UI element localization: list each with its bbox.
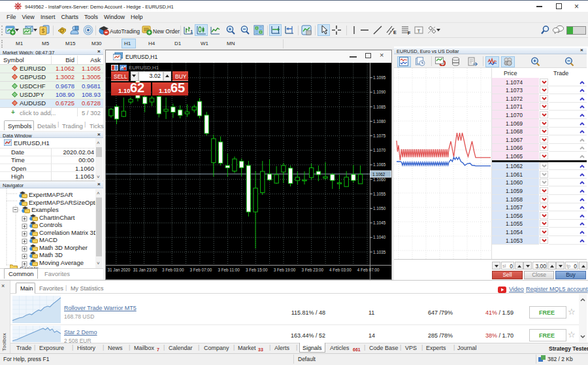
svg-text:1.1070: 1.1070: [373, 148, 386, 152]
svg-text:1: 1: [190, 29, 193, 35]
svg-text:E: E: [393, 30, 397, 35]
svg-text:1.1065: 1.1065: [373, 162, 386, 167]
svg-text:1.1090: 1.1090: [373, 90, 386, 94]
svg-text:1.1095: 1.1095: [373, 75, 386, 80]
svg-text:4 Feb 07:00: 4 Feb 07:00: [357, 268, 380, 272]
svg-text:T: T: [417, 28, 421, 34]
svg-text:1.1050: 1.1050: [373, 206, 386, 211]
svg-text:4 Feb 03:00: 4 Feb 03:00: [329, 268, 351, 272]
svg-text:1.1085: 1.1085: [373, 105, 386, 109]
svg-text:1.1062: 1.1062: [372, 172, 385, 177]
svg-text:3 Feb 11:00: 3 Feb 11:00: [218, 268, 240, 272]
svg-text:31 Jan 2020: 31 Jan 2020: [108, 268, 131, 272]
svg-text:3 Feb 19:00: 3 Feb 19:00: [274, 268, 296, 272]
svg-text:1.1035: 1.1035: [373, 250, 386, 254]
svg-text:1.1075: 1.1075: [373, 133, 386, 138]
svg-text:1.1080: 1.1080: [373, 119, 386, 124]
svg-text:31 Jan 23:00: 31 Jan 23:00: [133, 268, 157, 272]
svg-text:F: F: [408, 31, 411, 35]
svg-text:1.1040: 1.1040: [373, 235, 386, 239]
svg-text:3 Feb 15:00: 3 Feb 15:00: [246, 268, 268, 272]
svg-text:3 Feb 07:00: 3 Feb 07:00: [190, 268, 212, 272]
svg-text:3 Feb 23:00: 3 Feb 23:00: [301, 268, 323, 272]
svg-text:$: $: [41, 27, 44, 34]
svg-text:1.1045: 1.1045: [373, 220, 386, 225]
svg-text:1.1055: 1.1055: [373, 192, 386, 196]
svg-text:1.1060: 1.1060: [373, 177, 386, 182]
svg-text:3 Feb 03:00: 3 Feb 03:00: [162, 268, 184, 272]
